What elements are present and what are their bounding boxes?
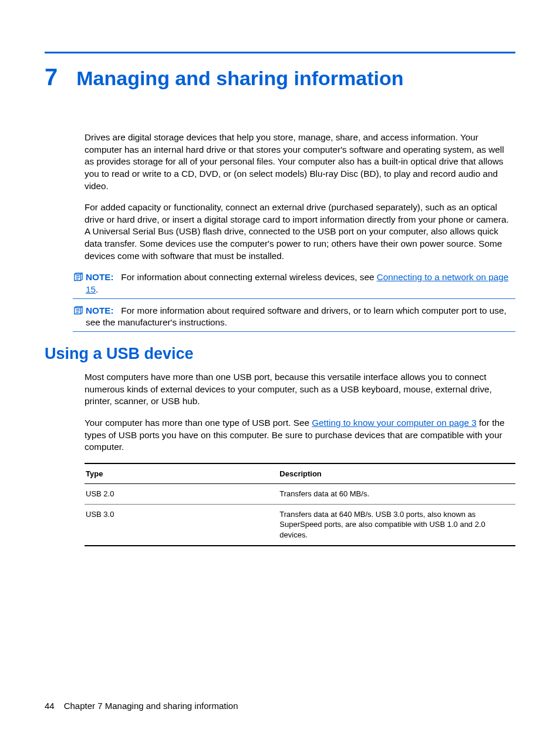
usb-paragraph-2: Your computer has more than one type of … bbox=[85, 417, 515, 453]
page-number: 44 bbox=[45, 701, 55, 711]
cell-desc: Transfers data at 60 MB/s. bbox=[278, 484, 515, 505]
footer-text: Chapter 7 Managing and sharing informati… bbox=[64, 701, 238, 711]
intro-paragraph-2: For added capacity or functionality, con… bbox=[85, 201, 515, 262]
link-getting-to-know[interactable]: Getting to know your computer on page 3 bbox=[312, 418, 477, 428]
usb-p2-pre: Your computer has more than one type of … bbox=[85, 418, 312, 428]
note-block-1: NOTE: For information about connecting e… bbox=[73, 271, 515, 298]
chapter-number: 7 bbox=[45, 64, 58, 90]
section-heading-usb: Using a USB device bbox=[45, 345, 515, 363]
table-header-row: Type Description bbox=[85, 463, 515, 484]
note-icon bbox=[73, 306, 85, 320]
note-icon bbox=[73, 273, 85, 287]
note-1-text-post: . bbox=[96, 284, 98, 294]
note-2-text: For more information about required soft… bbox=[86, 305, 507, 328]
note-block-2: NOTE: For more information about require… bbox=[73, 305, 515, 332]
note-1-text-pre: For information about connecting externa… bbox=[121, 272, 376, 282]
cell-type: USB 3.0 bbox=[85, 504, 278, 545]
chapter-title: Managing and sharing information bbox=[76, 67, 403, 90]
cell-desc: Transfers data at 640 MB/s. USB 3.0 port… bbox=[278, 504, 515, 545]
table-header-type: Type bbox=[85, 463, 278, 484]
table-row: USB 3.0 Transfers data at 640 MB/s. USB … bbox=[85, 504, 515, 545]
intro-paragraph-1: Drives are digital storage devices that … bbox=[85, 132, 515, 192]
table-header-desc: Description bbox=[278, 463, 515, 484]
page-footer: 44 Chapter 7 Managing and sharing inform… bbox=[45, 701, 238, 711]
table-row: USB 2.0 Transfers data at 60 MB/s. bbox=[85, 484, 515, 505]
chapter-header: 7 Managing and sharing information bbox=[45, 64, 515, 90]
usb-types-table: Type Description USB 2.0 Transfers data … bbox=[85, 463, 515, 546]
usb-paragraph-1: Most computers have more than one USB po… bbox=[85, 371, 515, 408]
note-label: NOTE: bbox=[86, 305, 114, 315]
chapter-divider bbox=[45, 52, 515, 53]
cell-type: USB 2.0 bbox=[85, 484, 278, 505]
note-label: NOTE: bbox=[86, 272, 114, 282]
